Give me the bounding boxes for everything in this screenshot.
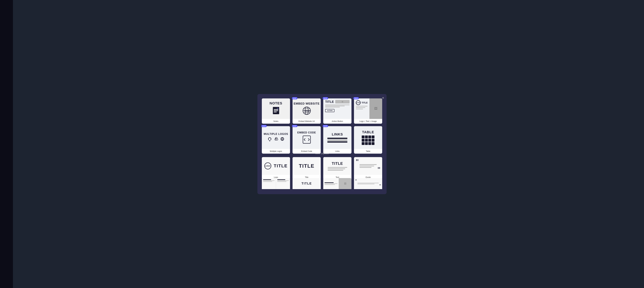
notes-label: Notes xyxy=(262,119,290,124)
embed-code-card[interactable]: NEW EMBED CODE Embed Code xyxy=(292,126,321,149)
tc7 xyxy=(368,139,371,142)
quote-open-mark: " xyxy=(356,159,358,165)
quote-line-1 xyxy=(360,164,377,165)
logo-thumb: LOGO TITLE xyxy=(262,157,290,175)
more-layouts-grid: LOGO TITLE Logo TITLE Title TITLE xyxy=(262,157,382,175)
text-line-3 xyxy=(328,170,343,171)
title-center-text: TITLE xyxy=(302,182,312,185)
text-card[interactable]: TITLE Text xyxy=(323,157,352,175)
text-image-card[interactable]: 🖼 xyxy=(323,178,352,189)
ti-line-1 xyxy=(324,183,338,184)
action-img-icon: 🖼 xyxy=(342,101,343,103)
tc10 xyxy=(365,142,368,145)
table-thumb-title: TABLE xyxy=(362,130,374,134)
col1-line-1 xyxy=(263,180,274,181)
bottom-partial-grid: TITLE 🖼 xyxy=(262,178,382,189)
modal-overlay: × NOTES Notes xyxy=(0,0,644,288)
text-thumb-title: TITLE xyxy=(332,161,343,166)
quote-line-2 xyxy=(360,166,374,166)
action-line-2 xyxy=(325,106,345,106)
multiple-logos-thumb: MULTIPLE LOGOS xyxy=(262,126,290,149)
tc11 xyxy=(368,142,371,145)
logo-icon-1 xyxy=(268,137,272,142)
embed-code-thumb-title: EMBED CODE xyxy=(297,131,316,134)
action-button-card[interactable]: NEW TITLE 🖼 xyxy=(323,98,352,124)
two-col-card[interactable] xyxy=(262,178,290,189)
quote-close-mark: " xyxy=(378,167,380,173)
logo-circle: LOGO xyxy=(264,162,271,169)
links-new-badge: NEW xyxy=(323,125,328,127)
tc12 xyxy=(372,142,374,145)
col1-line-2 xyxy=(263,181,272,182)
quote-variant-card[interactable]: " " xyxy=(354,178,382,189)
logo-text-image-thumb: LOGO TITLE 🖼 xyxy=(354,98,382,119)
tc5 xyxy=(362,139,364,142)
qv-line-2 xyxy=(358,184,374,184)
quote-variant-thumb: " " xyxy=(354,178,382,189)
multiple-logos-icons xyxy=(268,137,284,142)
embed-website-card[interactable]: NEW EMBED WEBSITE WWW Embed Website Url xyxy=(292,98,321,124)
logo-text-image-card[interactable]: NEW LOGO TITLE 🖼 xyxy=(354,98,382,124)
qv-line-1 xyxy=(358,183,379,183)
action-thumb-title: TITLE xyxy=(325,100,334,104)
tc3 xyxy=(368,135,371,138)
link-line-3 xyxy=(327,141,347,143)
logo-title-text: TITLE xyxy=(274,163,288,168)
tc6 xyxy=(365,139,368,142)
main-layouts-grid: NOTES Notes NEW xyxy=(262,98,382,149)
quote-card[interactable]: " " Quote xyxy=(354,157,382,175)
logo-icon-3 xyxy=(280,137,284,142)
notes-doc-icon xyxy=(272,107,280,116)
col2-line-1 xyxy=(277,180,289,181)
logo-text-image-label: Logo + Text + Image xyxy=(354,119,382,124)
title-card[interactable]: TITLE Title xyxy=(292,157,321,175)
col2-title-line xyxy=(277,179,285,180)
logo-card[interactable]: LOGO TITLE Logo xyxy=(262,157,290,175)
embed-code-label: Embed Code xyxy=(292,149,321,154)
embed-website-thumb-title: EMBED WEBSITE xyxy=(294,102,320,106)
svg-text:WWW: WWW xyxy=(304,110,310,112)
embed-website-label: Embed Website Url xyxy=(292,119,321,124)
title-center-card[interactable]: TITLE xyxy=(292,178,321,189)
text-thumb: TITLE xyxy=(323,157,352,175)
embed-website-thumb: EMBED WEBSITE WWW xyxy=(292,98,321,119)
link-line-2 xyxy=(327,140,347,141)
embed-code-new-badge: NEW xyxy=(292,125,298,127)
links-label: Links xyxy=(323,149,352,154)
multiple-logos-card[interactable]: NEW MULTIPLE LOGOS xyxy=(262,126,290,149)
logo-text-image-new-badge: NEW xyxy=(353,97,359,99)
col2-line-2 xyxy=(277,181,286,182)
ti-image-area: 🖼 xyxy=(339,178,352,189)
links-thumb: LINKS xyxy=(323,126,352,149)
multiple-logos-thumb-title: MULTIPLE LOGOS xyxy=(264,133,288,135)
close-button[interactable]: × xyxy=(382,96,384,100)
lti-line-1 xyxy=(356,106,368,106)
action-button-label: Action Button xyxy=(323,119,352,124)
lti-line-3 xyxy=(356,109,363,109)
table-thumb: TABLE xyxy=(354,126,382,149)
ti-line-2 xyxy=(324,184,335,185)
links-card[interactable]: NEW LINKS Links xyxy=(323,126,352,149)
link-line-1 xyxy=(327,138,347,139)
embed-code-thumb: EMBED CODE xyxy=(292,126,321,149)
text-image-thumb: 🖼 xyxy=(323,178,352,189)
tc9 xyxy=(362,142,364,145)
action-line-3 xyxy=(325,107,340,107)
text-line-2 xyxy=(328,168,345,169)
lti-logo: LOGO xyxy=(356,100,360,105)
lti-image-area: 🖼 xyxy=(370,98,382,119)
notes-card[interactable]: NOTES Notes xyxy=(262,98,290,124)
table-label: Table xyxy=(354,149,382,154)
action-button-thumb: TITLE 🖼 ACTION xyxy=(323,98,352,119)
table-card[interactable]: TABLE xyxy=(354,126,382,149)
lti-line-2 xyxy=(356,107,365,108)
title-only-text: TITLE xyxy=(299,163,314,169)
embed-website-new-badge: NEW xyxy=(292,97,298,99)
title-thumb: TITLE xyxy=(292,157,321,175)
text-line-1 xyxy=(328,167,347,168)
layout-picker-modal: × NOTES Notes xyxy=(258,94,386,194)
text-lines xyxy=(328,167,347,171)
tc8 xyxy=(372,139,374,142)
links-thumb-title: LINKS xyxy=(332,132,343,136)
svg-rect-2 xyxy=(274,110,278,111)
